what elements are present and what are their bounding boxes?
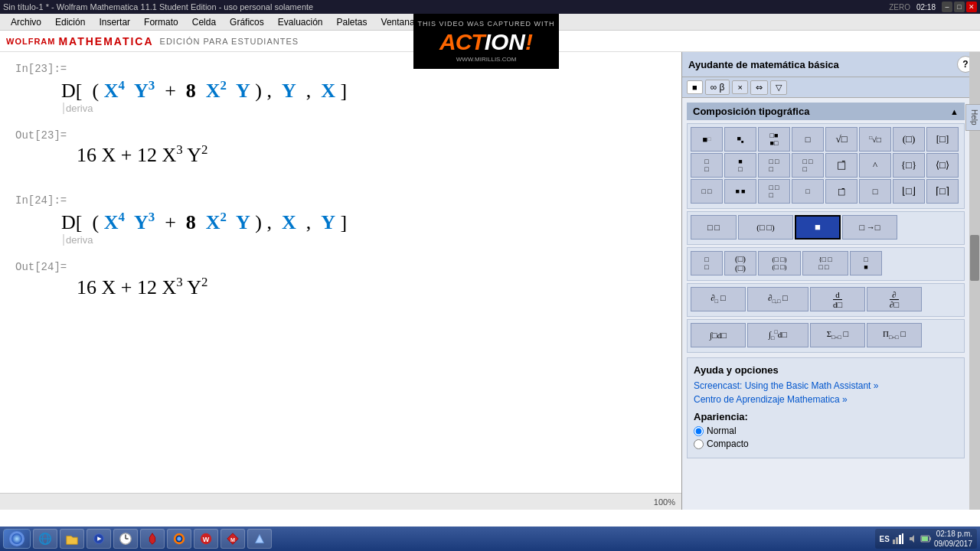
sym-sub2[interactable]: ■□ xyxy=(724,153,756,178)
cell-in23: In[23]:= D[ ( X4 Y3 + 8 X2 Y ) , Y , X xyxy=(15,63,666,114)
tab-1[interactable]: ■ xyxy=(687,80,703,94)
svg-rect-23 xyxy=(922,536,928,541)
battery-icon xyxy=(920,533,931,544)
sym-curly[interactable]: {□} xyxy=(893,153,925,178)
sym-paren2[interactable]: (□ □) xyxy=(738,215,793,240)
help-side-tab[interactable]: Help xyxy=(965,104,980,131)
in23-label: In[23]:= xyxy=(15,63,84,75)
close-button[interactable]: ✕ xyxy=(966,2,977,12)
sym-mat4[interactable]: {□ □□ □ xyxy=(802,251,848,276)
radio-normal-label: Normal xyxy=(707,425,737,436)
radio-normal[interactable]: Normal xyxy=(694,425,958,436)
sym-arrow-sq[interactable]: □ →□ xyxy=(842,215,897,240)
taskbar-ie[interactable] xyxy=(33,529,57,549)
help-link-2[interactable]: Centro de Aprendizaje Mathematica » xyxy=(694,394,958,405)
logo-wolfram: WOLFRAM xyxy=(6,37,55,46)
sym-superscript[interactable]: ■□ xyxy=(691,127,723,152)
sym-tensor[interactable]: ■ ■ xyxy=(724,179,756,204)
help-link-1[interactable]: Screencast: Using the Basic Math Assista… xyxy=(694,380,958,391)
panel-header: Ayudante de matemática básica ? xyxy=(682,52,980,77)
maximize-button[interactable]: □ xyxy=(954,2,965,12)
in23-expr[interactable]: D[ ( X4 Y3 + 8 X2 Y ) , Y , X ] xyxy=(61,78,666,103)
sym-product[interactable]: Π□=□ □ xyxy=(867,323,922,347)
tab-3[interactable]: × xyxy=(732,80,747,94)
sym-row-1: ■□ ■■ □■■□ □ √□ □√□ xyxy=(691,127,961,152)
taskbar-red-btn[interactable]: W xyxy=(194,529,218,549)
sym-bracket[interactable]: [□] xyxy=(926,127,959,152)
sym-integral2[interactable]: ∫□□d□ xyxy=(747,323,808,347)
sym-deriv-d[interactable]: dd□ xyxy=(810,287,865,311)
logo-bar: WOLFRAM MATHEMATICA EDICIÓN PARA ESTUDIA… xyxy=(0,31,980,52)
menu-archivo[interactable]: Archivo xyxy=(5,15,47,29)
tab-5[interactable]: ▽ xyxy=(770,80,787,95)
menu-celda[interactable]: Celda xyxy=(186,15,222,29)
taskbar-mathematica[interactable]: M xyxy=(220,529,245,549)
tab-4[interactable]: ⇔ xyxy=(750,80,768,95)
sym-over3[interactable]: □ □ xyxy=(691,179,723,204)
sym-box[interactable]: □ xyxy=(792,127,824,152)
sym-mat3[interactable]: (□ □)(□ □) xyxy=(758,251,801,276)
sym-partial2[interactable]: ∂□,□ □ xyxy=(747,287,808,311)
taskbar-arrow[interactable] xyxy=(247,529,272,549)
sym-mat5[interactable]: □■ xyxy=(850,251,882,276)
menu-graficos[interactable]: Gráficos xyxy=(224,15,270,29)
sym-bar2[interactable]: □̄ xyxy=(825,179,858,204)
sym-frac-box[interactable]: □■■□ xyxy=(758,127,790,152)
sym-grid2[interactable]: □ xyxy=(792,179,824,204)
taskbar-media[interactable] xyxy=(87,529,111,549)
menu-insertar[interactable]: Insertar xyxy=(93,15,136,29)
sym-sum[interactable]: Σ□=□ □ xyxy=(810,323,865,347)
sym-row-3: □ □ ■ ■ □ □□ □ □̄ □ ⌊□⌋ ⌈□⌉ xyxy=(691,179,961,204)
sym-nthroot[interactable]: □√□ xyxy=(859,127,891,152)
cell-out24: Out[24]= 16 X + 12 X3 Y2 xyxy=(15,261,666,299)
sym-partial3[interactable]: ∂∂□ xyxy=(867,287,922,311)
sym-lbracket[interactable]: ⌊□⌋ xyxy=(893,179,925,204)
sym-integral1[interactable]: ∫□d□ xyxy=(691,323,746,347)
sym-rbracket[interactable]: ⌈□⌉ xyxy=(926,179,959,204)
svg-rect-17 xyxy=(893,540,895,544)
sym-mat2[interactable]: (□)(□) xyxy=(724,251,756,276)
menu-formato[interactable]: Formato xyxy=(138,15,185,29)
system-tray: ES 02:18 p.m. 09/09/2017 xyxy=(875,529,977,549)
panel-body[interactable]: Composición tipográfica ▲ ■□ ■■ □■■□ xyxy=(682,98,980,510)
taskbar-clock-app[interactable] xyxy=(113,529,138,549)
panel-tabs: ■ ∞ β × ⇔ ▽ xyxy=(682,77,980,98)
menu-edicion[interactable]: Edición xyxy=(49,15,91,29)
sym-angle[interactable]: ⟨□⟩ xyxy=(926,153,959,178)
start-button[interactable] xyxy=(3,529,31,549)
window-title: Sin título-1 * - Wolfram Mathematica 11.… xyxy=(3,2,313,11)
menu-paletas[interactable]: Paletas xyxy=(331,15,374,29)
sym-hat[interactable]: ^ xyxy=(859,153,891,178)
sym-sq[interactable]: □ xyxy=(859,179,891,204)
typesetting-title: Composición tipográfica xyxy=(693,106,809,117)
sym-subscript[interactable]: ■■ xyxy=(724,127,756,152)
panel-scrollthumb[interactable] xyxy=(970,235,979,281)
sym-dot-dot[interactable]: □ □ xyxy=(691,215,737,240)
taskbar-pin[interactable] xyxy=(140,529,165,549)
sym-under[interactable]: □ □□ xyxy=(792,153,824,178)
sym-mat1[interactable]: □□ xyxy=(691,251,723,276)
taskbar-folder[interactable] xyxy=(60,529,84,549)
menu-evaluacion[interactable]: Evaluación xyxy=(272,15,329,29)
sym-paren[interactable]: (□) xyxy=(893,127,925,152)
out24-label: Out[24]= xyxy=(15,261,84,273)
sym-filled-sq[interactable]: ■ xyxy=(795,215,841,240)
sym-partial1[interactable]: ∂□ □ xyxy=(691,287,746,311)
section-collapse-icon: ▲ xyxy=(950,107,959,116)
sym-bar[interactable]: □̄ xyxy=(825,153,858,178)
sym-over2[interactable]: □ □□ xyxy=(758,153,790,178)
sym-grid1[interactable]: □ □□ xyxy=(758,179,790,204)
sym-overbox[interactable]: □□ xyxy=(691,153,723,178)
typesetting-header[interactable]: Composición tipográfica ▲ xyxy=(687,103,965,120)
watermark-brand: ACTION! xyxy=(439,29,533,55)
logo-mathematica: MATHEMATICA xyxy=(58,35,153,47)
sym-sqrt[interactable]: √□ xyxy=(825,127,858,152)
tab-2[interactable]: ∞ β xyxy=(705,80,730,95)
taskbar-firefox[interactable] xyxy=(167,529,191,549)
minimize-button[interactable]: – xyxy=(942,2,952,12)
radio-compact-label: Compacto xyxy=(707,439,749,449)
topbar-right: ZERO 02:18 – □ ✕ xyxy=(889,2,977,12)
radio-compact[interactable]: Compacto xyxy=(694,439,958,449)
in24-expr[interactable]: D[ ( X4 Y3 + 8 X2 Y ) , X , Y ] xyxy=(61,210,666,234)
in24-label: In[24]:= xyxy=(15,194,84,207)
